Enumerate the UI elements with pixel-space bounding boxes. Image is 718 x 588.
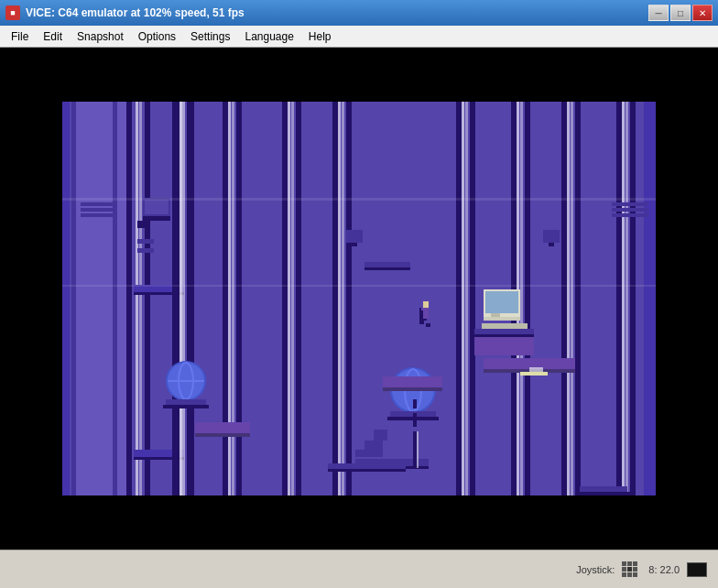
svg-rect-83 — [474, 329, 534, 334]
svg-rect-117 — [413, 431, 417, 468]
svg-rect-54 — [626, 102, 628, 495]
svg-rect-64 — [166, 399, 206, 405]
svg-rect-120 — [413, 399, 417, 408]
svg-rect-96 — [364, 267, 410, 270]
svg-rect-31 — [346, 102, 352, 495]
svg-rect-17 — [180, 102, 182, 495]
svg-rect-55 — [630, 102, 636, 495]
svg-rect-113 — [62, 198, 656, 201]
menu-language[interactable]: Language — [237, 26, 300, 47]
svg-rect-132 — [612, 208, 648, 212]
status-bar: Joystick: 8: 22.0 — [0, 550, 718, 588]
menu-options[interactable]: Options — [131, 26, 183, 47]
main-content — [0, 48, 718, 550]
svg-rect-49 — [567, 102, 570, 495]
game-display — [62, 102, 656, 495]
svg-rect-121 — [520, 372, 548, 376]
menu-file[interactable]: File — [4, 26, 36, 47]
svg-rect-119 — [413, 413, 417, 427]
svg-rect-114 — [62, 285, 656, 287]
joystick-dot-3 — [633, 561, 637, 566]
svg-rect-82 — [482, 323, 528, 329]
svg-rect-122 — [529, 367, 543, 372]
svg-rect-51 — [575, 102, 581, 495]
svg-rect-25 — [288, 102, 290, 495]
svg-rect-47 — [525, 102, 530, 495]
svg-rect-93 — [328, 463, 406, 469]
svg-rect-95 — [364, 262, 410, 267]
svg-rect-84 — [474, 334, 534, 337]
svg-rect-50 — [571, 102, 573, 495]
svg-rect-58 — [145, 200, 169, 214]
svg-rect-13 — [137, 221, 148, 228]
svg-rect-15 — [137, 248, 154, 253]
svg-rect-40 — [456, 102, 462, 495]
joystick-dot-2 — [627, 561, 632, 566]
joystick-dot-4 — [622, 567, 626, 572]
svg-rect-16 — [172, 102, 180, 495]
svg-rect-7 — [71, 102, 76, 495]
svg-rect-30 — [342, 102, 344, 495]
joystick-dot-9 — [633, 572, 637, 577]
svg-rect-1 — [62, 102, 70, 495]
svg-rect-111 — [364, 441, 383, 450]
title-bar: ■ VICE: C64 emulator at 102% speed, 51 f… — [0, 0, 718, 26]
svg-rect-27 — [296, 102, 301, 495]
svg-rect-101 — [543, 230, 560, 243]
svg-rect-37 — [423, 301, 429, 308]
svg-rect-127 — [81, 213, 117, 217]
svg-rect-94 — [328, 469, 406, 472]
svg-rect-79 — [485, 291, 518, 313]
joystick-label: Joystick: — [576, 564, 615, 575]
svg-rect-123 — [195, 422, 250, 433]
app-icon: ■ — [5, 5, 20, 20]
svg-rect-126 — [81, 208, 117, 212]
svg-rect-81 — [484, 317, 520, 321]
svg-rect-80 — [491, 313, 500, 317]
joystick-dot-1 — [622, 561, 626, 566]
joystick-dot-7 — [622, 572, 626, 577]
svg-rect-59 — [143, 216, 170, 221]
menu-settings[interactable]: Settings — [183, 26, 237, 47]
svg-rect-131 — [612, 202, 648, 206]
svg-rect-52 — [616, 102, 622, 495]
svg-rect-48 — [561, 102, 567, 495]
svg-rect-102 — [549, 243, 554, 246]
joystick-dot-8 — [627, 572, 632, 577]
svg-rect-42 — [465, 102, 468, 495]
svg-rect-41 — [462, 102, 464, 495]
svg-rect-2 — [126, 102, 132, 495]
svg-rect-56 — [644, 102, 656, 495]
svg-rect-124 — [195, 433, 250, 437]
svg-rect-26 — [291, 102, 294, 495]
menu-bar: File Edit Snapshot Options Settings Lang… — [0, 26, 718, 48]
svg-rect-3 — [136, 102, 138, 495]
svg-rect-5 — [145, 102, 150, 495]
svg-rect-8 — [113, 102, 117, 495]
maximize-button[interactable]: □ — [670, 5, 691, 21]
svg-rect-108 — [577, 492, 630, 495]
svg-rect-29 — [338, 102, 341, 495]
svg-rect-39 — [419, 310, 423, 324]
svg-rect-18 — [182, 102, 185, 495]
svg-rect-107 — [580, 486, 627, 492]
svg-rect-125 — [81, 202, 117, 206]
game-screen — [62, 102, 656, 495]
menu-edit[interactable]: Edit — [36, 26, 70, 47]
svg-rect-28 — [332, 102, 338, 495]
svg-rect-110 — [355, 450, 383, 457]
close-button[interactable]: ✕ — [692, 5, 713, 21]
svg-rect-72 — [383, 376, 442, 387]
svg-rect-43 — [470, 102, 475, 495]
title-text: VICE: C64 emulator at 102% speed, 51 fps — [26, 6, 245, 19]
minimize-button[interactable]: ─ — [648, 5, 669, 21]
status-value: 8: 22.0 — [648, 564, 680, 575]
svg-rect-73 — [383, 387, 442, 391]
svg-rect-19 — [187, 102, 194, 495]
svg-rect-36 — [426, 323, 430, 327]
title-left: ■ VICE: C64 emulator at 102% speed, 51 f… — [5, 5, 245, 20]
menu-snapshot[interactable]: Snapshot — [70, 26, 131, 47]
svg-rect-65 — [163, 405, 209, 408]
svg-rect-118 — [417, 431, 419, 468]
menu-help[interactable]: Help — [301, 26, 339, 47]
